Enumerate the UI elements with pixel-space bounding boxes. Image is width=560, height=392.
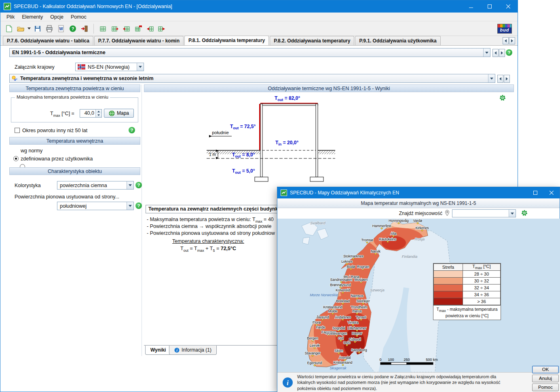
- results-line-1: - Maksymalna temperatura powietrza w cie…: [147, 217, 274, 223]
- legend-range: 28 ÷ 30: [463, 271, 501, 278]
- results-line-2: - Powierzchnia ciemna → współczynnik abs…: [147, 223, 271, 229]
- chevron-down-icon[interactable]: [137, 63, 144, 71]
- tab-p76-wiatr-tablica[interactable]: P.7.6. Oddziaływanie wiatru - tablica: [3, 36, 93, 45]
- case-prev-button[interactable]: [497, 75, 503, 83]
- tmax-spin-up[interactable]: [96, 110, 101, 114]
- menu-elementy[interactable]: Elementy: [18, 13, 46, 21]
- print-button[interactable]: [43, 23, 55, 34]
- word-export-button[interactable]: W: [55, 23, 67, 34]
- location-pin-icon: [444, 210, 450, 217]
- dialog-info-bar: i Wartości temperatur powietrza w cieniu…: [277, 372, 560, 392]
- element-table-button[interactable]: [97, 23, 109, 34]
- return-period-checkbox[interactable]: [15, 128, 20, 133]
- annex-label: Załącznik krajowy: [15, 64, 55, 70]
- tmax-spin-down[interactable]: [96, 114, 101, 118]
- app-icon: [4, 3, 11, 10]
- city-label: Leirvik: [310, 344, 320, 348]
- dialog-maximize-button[interactable]: [527, 187, 543, 198]
- surface-help-icon[interactable]: [135, 202, 142, 209]
- dialog-info-text: Wartości temperatur powietrza w cieniu p…: [297, 374, 516, 391]
- case-next-button[interactable]: [504, 75, 510, 83]
- city-label: Stavanger: [305, 351, 321, 355]
- maximize-button[interactable]: [480, 0, 499, 13]
- close-button[interactable]: [499, 0, 518, 13]
- right-footing: [310, 177, 323, 181]
- dialog-titlebar: SPECBUD - Mapy Oddziaływań Klimatycznych…: [277, 187, 560, 198]
- norm-select[interactable]: EN 1991-1-5 - Oddziaływania termiczne: [9, 48, 490, 57]
- open-file-button[interactable]: [15, 23, 26, 34]
- menu-opcje[interactable]: Opcje: [46, 13, 67, 21]
- settings-gear-icon[interactable]: [499, 94, 506, 103]
- map-button[interactable]: Mapa: [104, 109, 134, 118]
- case-select[interactable]: 0° Temperatura zewnętrzna i wewnętrzna w…: [9, 74, 495, 83]
- city-label: Vinstra: [348, 320, 359, 325]
- city-label: Florø: [313, 320, 321, 325]
- annex-select[interactable]: NS-EN (Norwegia): [75, 63, 144, 71]
- element-add-button[interactable]: [109, 23, 120, 34]
- chevron-down-icon[interactable]: [483, 48, 490, 57]
- legend-range: 32 ÷ 34: [463, 285, 501, 291]
- city-label: Egersund: [307, 361, 322, 365]
- city-label: Vossevangen: [326, 331, 347, 335]
- new-file-button[interactable]: [3, 23, 15, 34]
- legend-row: 32 ÷ 34: [434, 285, 501, 291]
- results-line-3: - Powierzchnia pionowa usytuowana od str…: [147, 230, 275, 236]
- radio-wg-normy[interactable]: [13, 156, 19, 161]
- chevron-down-icon[interactable]: [509, 210, 516, 217]
- element-back-button[interactable]: [144, 23, 156, 34]
- legend-row: > 36: [434, 298, 501, 305]
- norm-prev-button[interactable]: [492, 49, 499, 57]
- tab-p77-wiatr-komin[interactable]: P.7.7. Oddziaływanie wiatru - komin: [94, 36, 184, 45]
- menu-pomoc[interactable]: Pomoc: [67, 13, 90, 21]
- caret-down-icon: [27, 27, 31, 30]
- map-settings-gear-icon[interactable]: [521, 209, 528, 218]
- tab-p91-uzytkownika[interactable]: P.9.1. Oddziaływania użytkownika: [355, 36, 440, 45]
- search-city-select[interactable]: [452, 209, 516, 217]
- chevron-down-icon[interactable]: [127, 202, 133, 210]
- color-select[interactable]: powierzchnia ciemna: [57, 181, 134, 190]
- chevron-down-icon[interactable]: [488, 74, 495, 82]
- region-label: Svalbard: [310, 221, 325, 225]
- city-label: Vardø: [413, 219, 423, 223]
- map-scale-labels: 0100250500 km: [379, 358, 437, 362]
- tab-informacja[interactable]: i Informacja (1): [169, 346, 217, 355]
- save-button[interactable]: [32, 23, 43, 34]
- logo-text: bud: [498, 27, 511, 33]
- ground-hatch: [318, 151, 335, 154]
- city-label: Kristiansund: [323, 305, 342, 309]
- tab-scroll-right-button[interactable]: [509, 37, 515, 44]
- city-label: Brekstad: [336, 299, 350, 303]
- dialog-close-button[interactable]: [543, 187, 560, 198]
- cancel-button[interactable]: Anuluj: [532, 375, 559, 382]
- tmax-input[interactable]: 40,0: [80, 109, 102, 118]
- exit-button[interactable]: [78, 23, 90, 34]
- open-file-dropdown[interactable]: [26, 23, 32, 34]
- norway-climate-map[interactable]: HonningsvågVardøHammerfestKirkenesAltaTr…: [277, 219, 560, 372]
- norm-help-icon[interactable]: [506, 49, 512, 56]
- legend-range: 34 ÷ 36: [463, 291, 501, 298]
- city-label: Lillehammer: [348, 326, 366, 330]
- help-button[interactable]: ?: [67, 23, 78, 34]
- element-insert-button[interactable]: [120, 23, 132, 34]
- color-help-icon[interactable]: [135, 182, 142, 188]
- tab-p82-temperatury[interactable]: P.8.2. Oddziaływania temperatury: [270, 36, 354, 45]
- ok-button[interactable]: OK: [532, 366, 559, 373]
- city-label: Stokmarknes: [343, 254, 363, 258]
- minimize-button[interactable]: [462, 0, 480, 13]
- return-period-help-icon[interactable]: [129, 127, 135, 133]
- surface-orientation-select[interactable]: południowej: [57, 202, 134, 210]
- legend-zone-swatch: [434, 271, 463, 278]
- section-outside-temperature: Temperatura zewnętrzna powietrza w cieni…: [9, 84, 140, 92]
- element-copy-button[interactable]: [132, 23, 144, 34]
- chevron-down-icon[interactable]: [127, 181, 133, 189]
- element-insert-icon: [123, 25, 131, 33]
- help-button-dialog[interactable]: Pomoc: [532, 384, 559, 391]
- tmax-value[interactable]: 40,0: [80, 110, 95, 117]
- menu-plik[interactable]: Plik: [3, 13, 18, 21]
- tab-p81-temperatury[interactable]: P.8.1. Oddziaływania temperatury: [184, 36, 269, 45]
- element-forward-button[interactable]: [156, 23, 167, 34]
- city-label: Sandnessjøen: [330, 278, 353, 282]
- tab-wyniki[interactable]: Wyniki: [145, 346, 171, 355]
- norm-next-button[interactable]: [499, 49, 505, 57]
- tab-scroll-left-button[interactable]: [503, 37, 509, 44]
